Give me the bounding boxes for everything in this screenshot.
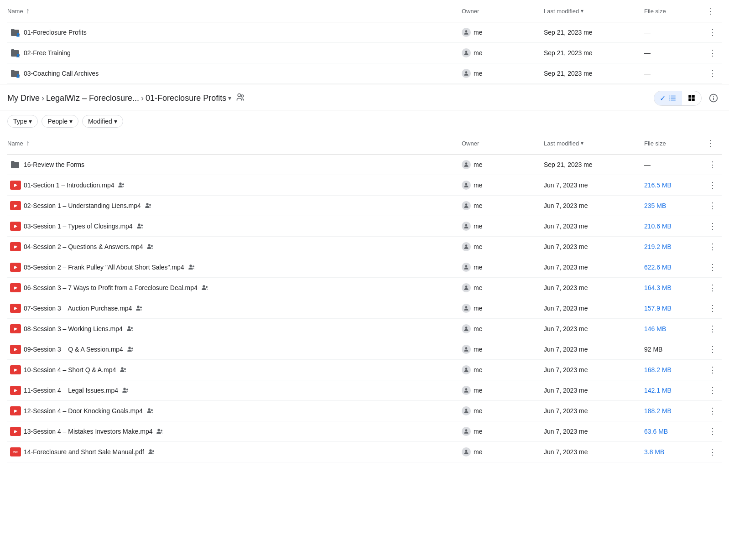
list-view-button[interactable]: ✓ <box>654 91 682 105</box>
breadcrumb-my-drive[interactable]: My Drive <box>7 93 40 103</box>
avatar <box>462 427 471 436</box>
top-folder-row[interactable]: 👤 02-Free Training me Sep 21, 2023 me — … <box>7 43 722 63</box>
file-more-button[interactable]: ⋮ <box>705 321 720 336</box>
file-name: 09-Session 3 – Q & A Session.mp4 <box>24 346 462 353</box>
top-col-name[interactable]: Name ↑ <box>7 7 462 15</box>
top-folder-row[interactable]: 👤 01-Foreclosure Profits me Sep 21, 2023… <box>7 22 722 43</box>
list-item[interactable]: 05-Session 2 – Frank Pulley "All About S… <box>7 257 722 278</box>
main-col-name[interactable]: Name ↑ <box>7 139 462 147</box>
folder-more-button[interactable]: ⋮ <box>705 46 720 60</box>
svg-marker-33 <box>15 225 17 228</box>
list-item[interactable]: 09-Session 3 – Q & A Session.mp4 me Jun … <box>7 339 722 360</box>
file-more-button[interactable]: ⋮ <box>705 178 720 192</box>
file-size: 164.3 MB <box>644 284 703 291</box>
svg-point-8 <box>465 71 468 73</box>
file-more-button[interactable]: ⋮ <box>705 157 720 172</box>
list-item[interactable]: 03-Session 1 – Types of Closings.mp4 me … <box>7 216 722 237</box>
folder-more-button[interactable]: ⋮ <box>705 66 720 81</box>
list-item[interactable]: 10-Session 4 – Short Q & A.mp4 me Jun 7,… <box>7 360 722 380</box>
list-item[interactable]: 04-Session 2 – Questions & Answers.mp4 m… <box>7 237 722 257</box>
file-size: 92 MB <box>644 346 703 353</box>
folder-more-button[interactable]: ⋮ <box>705 25 720 40</box>
file-modified: Jun 7, 2023 me <box>544 407 644 415</box>
file-modified: Jun 7, 2023 me <box>544 202 644 209</box>
svg-point-2 <box>465 30 468 32</box>
svg-point-43 <box>193 265 194 267</box>
breadcrumb-current[interactable]: 01-Foreclosure Profits ▾ <box>146 93 231 103</box>
file-actions: ⋮ <box>703 363 722 377</box>
file-more-button[interactable]: ⋮ <box>705 280 720 295</box>
svg-point-52 <box>465 306 468 308</box>
file-more-button[interactable]: ⋮ <box>705 383 720 398</box>
people-filter-button[interactable]: People ▾ <box>42 115 78 128</box>
info-button[interactable] <box>705 90 722 106</box>
svg-point-36 <box>465 224 468 226</box>
top-col-modified[interactable]: Last modified ▾ <box>544 8 644 15</box>
top-folder-actions: ⋮ <box>703 46 722 60</box>
svg-point-58 <box>128 347 130 349</box>
svg-point-44 <box>465 265 468 267</box>
file-more-button[interactable]: ⋮ <box>705 198 720 213</box>
svg-point-76 <box>465 429 468 431</box>
modified-filter-button[interactable]: Modified ▾ <box>82 115 123 128</box>
avatar <box>462 304 471 313</box>
video-icon <box>10 365 21 374</box>
list-item[interactable]: 13-Session 4 – Mistakes Investors Make.m… <box>7 421 722 442</box>
list-item[interactable]: 16-Review the Forms me Sep 21, 2023 me —… <box>7 155 722 175</box>
top-folder-size: — <box>644 29 703 36</box>
video-icon <box>10 222 21 231</box>
file-more-button[interactable]: ⋮ <box>705 260 720 275</box>
avatar <box>462 242 471 251</box>
svg-point-39 <box>151 245 153 247</box>
avatar <box>462 386 471 395</box>
svg-point-74 <box>158 429 160 431</box>
svg-point-26 <box>120 182 122 185</box>
file-more-button[interactable]: ⋮ <box>705 424 720 439</box>
list-item[interactable]: 01-Section 1 – Introduction.mp4 me Jun 7… <box>7 175 722 196</box>
file-modified: Jun 7, 2023 me <box>544 366 644 373</box>
video-icon <box>10 181 21 190</box>
type-filter-button[interactable]: Type ▾ <box>7 115 38 128</box>
top-header-more-button[interactable]: ⋮ <box>703 4 718 18</box>
file-more-button[interactable]: ⋮ <box>705 445 720 459</box>
svg-point-67 <box>126 389 128 390</box>
main-header-more-button[interactable]: ⋮ <box>703 136 718 150</box>
file-actions: ⋮ <box>703 178 722 192</box>
top-col-owner: Owner <box>462 8 544 15</box>
avatar <box>462 324 471 333</box>
svg-marker-49 <box>15 307 17 310</box>
breadcrumb-parent[interactable]: LegalWiz – Foreclosure... <box>46 93 139 103</box>
file-more-button[interactable]: ⋮ <box>705 219 720 233</box>
manage-access-icon[interactable] <box>236 93 245 104</box>
file-modified: Jun 7, 2023 me <box>544 181 644 189</box>
list-item[interactable]: PDF 14-Foreclosure and Short Sale Manual… <box>7 442 722 462</box>
main-modified-sort-icon: ▾ <box>581 140 583 146</box>
top-folder-row[interactable]: 👤 03-Coaching Call Archives me Sep 21, 2… <box>7 63 722 84</box>
file-owner: me <box>462 181 544 190</box>
file-owner: me <box>462 201 544 210</box>
file-more-button[interactable]: ⋮ <box>705 239 720 254</box>
file-size: 3.8 MB <box>644 448 703 456</box>
list-item[interactable]: 08-Session 3 – Working Liens.mp4 me Jun … <box>7 319 722 339</box>
file-more-button[interactable]: ⋮ <box>705 342 720 357</box>
svg-rect-15 <box>669 100 670 101</box>
shared-icon <box>126 325 134 333</box>
main-col-modified[interactable]: Last modified ▾ <box>544 140 644 147</box>
list-item[interactable]: 07-Session 3 – Auction Purchase.mp4 me J… <box>7 298 722 319</box>
list-item[interactable]: 11-Session 4 – Legal Issues.mp4 me Jun 7… <box>7 380 722 401</box>
grid-view-button[interactable] <box>682 91 701 105</box>
avatar <box>462 447 471 456</box>
svg-point-34 <box>138 223 140 226</box>
file-actions: ⋮ <box>703 301 722 316</box>
folder-icon: 👤 <box>7 28 24 37</box>
list-item[interactable]: 12-Session 4 – Door Knocking Goals.mp4 m… <box>7 401 722 421</box>
file-more-button[interactable]: ⋮ <box>705 363 720 377</box>
list-item[interactable]: 02-Session 1 – Understanding Liens.mp4 m… <box>7 196 722 216</box>
svg-rect-11 <box>669 96 670 97</box>
svg-rect-19 <box>688 99 691 101</box>
file-more-button[interactable]: ⋮ <box>705 404 720 418</box>
file-name: 14-Foreclosure and Short Sale Manual.pdf <box>24 448 462 456</box>
file-more-button[interactable]: ⋮ <box>705 301 720 316</box>
list-item[interactable]: 06-Session 3 – 7 Ways to Profit from a F… <box>7 278 722 298</box>
file-owner: me <box>462 242 544 251</box>
